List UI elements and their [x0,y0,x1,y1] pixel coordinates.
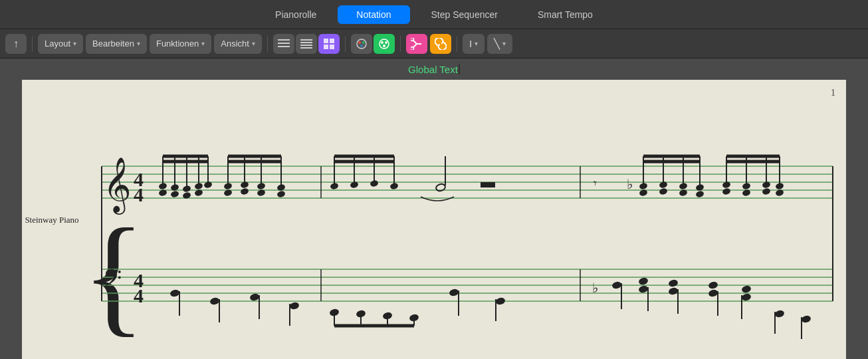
toolbar-separator-5 [457,36,457,52]
svg-point-20 [411,38,414,41]
score-svg: Steinway Piano { 𝄞 [22,106,846,359]
svg-point-137 [409,313,419,322]
svg-point-14 [360,45,363,47]
list-view2-button[interactable] [296,34,317,54]
svg-point-140 [495,297,506,305]
svg-rect-4 [300,42,312,43]
view-icons-group [273,34,340,54]
ansicht-menu-button[interactable]: Ansicht ▾ [214,34,262,54]
global-text-label: Global Text [408,64,458,75]
svg-point-18 [383,45,385,47]
funktionen-chevron-icon: ▾ [201,40,205,47]
toolbar-separator-4 [400,36,401,52]
layout-menu-button[interactable]: Layout ▾ [38,34,83,54]
svg-point-16 [381,41,383,44]
svg-text:𝄞: 𝄞 [103,158,132,215]
list-icon [278,39,290,49]
svg-point-56 [182,185,191,193]
score-page: 1 Steinway Piano { [22,80,846,359]
tab-pianorolle[interactable]: Pianorolle [257,5,335,24]
svg-point-151 [708,289,718,297]
toolbar-separator-3 [345,36,346,52]
tab-notation[interactable]: Notation [338,5,409,24]
funktionen-menu-button[interactable]: Funktionen ▾ [150,34,211,54]
color-icons-group [351,34,395,54]
svg-point-159 [801,314,812,323]
svg-rect-90 [481,182,495,187]
svg-rect-10 [330,45,334,49]
bearbeiten-chevron-icon: ▾ [137,40,140,47]
back-button[interactable]: ↑ [5,34,27,54]
svg-point-72 [257,182,266,190]
svg-point-119 [762,187,771,195]
toolbar-separator-1 [32,36,33,52]
svg-point-135 [356,309,366,318]
svg-point-127 [289,301,300,310]
cursor-dropdown1[interactable]: I ▾ [463,34,485,54]
svg-text:𝄢: 𝄢 [103,265,122,298]
svg-point-54 [158,182,167,190]
toolbar: ↑ Layout ▾ Bearbeiten ▾ Funktionen ▾ Ans… [0,29,868,59]
svg-point-138 [449,288,459,297]
svg-point-145 [638,285,649,293]
svg-point-157 [774,309,785,318]
text-cursor [459,64,460,74]
bearbeiten-menu-button[interactable]: Bearbeiten ▾ [86,34,147,54]
grid-view-button[interactable] [318,34,340,54]
tab-step-sequencer[interactable]: Step Sequencer [413,5,516,24]
svg-point-148 [668,287,679,295]
svg-point-99 [639,182,648,190]
svg-rect-8 [330,39,334,43]
svg-rect-2 [278,46,290,47]
svg-text:♭: ♭ [627,177,633,191]
svg-rect-7 [324,39,328,43]
svg-point-155 [741,285,752,293]
svg-point-125 [249,293,260,301]
tab-smart-tempo[interactable]: Smart Tempo [519,5,611,24]
svg-point-86 [370,180,379,187]
global-text-bar: Global Text [0,59,868,80]
cursor1-chevron-icon: ▾ [475,40,478,47]
svg-point-75 [240,187,249,195]
svg-point-154 [741,293,752,301]
svg-rect-3 [300,39,312,41]
list-view-button[interactable] [273,34,294,54]
svg-point-152 [708,281,718,289]
svg-text:𝄾: 𝄾 [594,181,597,186]
svg-point-116 [775,182,784,190]
svg-point-106 [695,190,705,198]
svg-point-77 [276,190,286,198]
color-palette1-button[interactable] [351,34,372,54]
svg-point-87 [389,182,399,190]
svg-point-57 [194,182,203,190]
svg-point-146 [638,277,649,285]
svg-point-22 [411,47,414,50]
svg-point-17 [385,41,387,44]
toolbar-separator-2 [267,36,268,52]
color-palette2-button[interactable] [374,34,395,54]
svg-text:4: 4 [134,285,144,306]
svg-rect-1 [278,43,290,44]
page-number: 1 [831,88,835,98]
scissors-button[interactable] [406,34,427,54]
svg-point-84 [330,182,339,190]
svg-point-60 [170,190,179,198]
layout-chevron-icon: ▾ [73,40,76,47]
svg-text:♭: ♭ [592,281,598,295]
ansicht-chevron-icon: ▾ [252,40,255,47]
svg-point-143 [611,281,622,289]
svg-point-136 [382,311,393,320]
svg-point-134 [329,308,340,316]
cursor-dropdown2[interactable]: ╲ ▾ [487,34,512,54]
svg-point-70 [223,182,233,190]
palette1-icon [356,38,368,50]
svg-rect-0 [278,39,290,41]
link-button[interactable] [430,34,451,54]
svg-point-12 [358,41,361,44]
staff-label-text: Steinway Piano [25,215,78,225]
score-area: Global Text 1 Steinway Piano { [0,59,868,359]
scissors-icon [411,38,423,50]
svg-point-104 [659,187,668,195]
svg-point-123 [209,297,220,305]
palette2-icon [378,38,390,50]
